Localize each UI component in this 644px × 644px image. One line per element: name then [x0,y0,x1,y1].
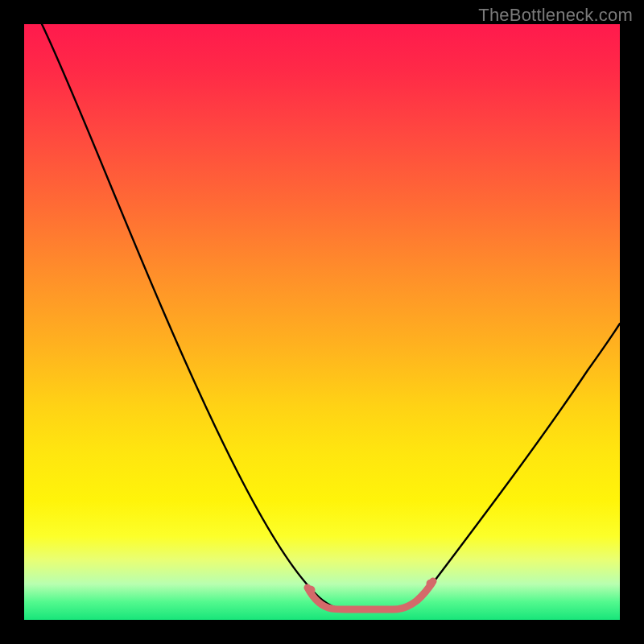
valley-dot-start [307,586,316,595]
chart-frame: TheBottleneck.com [0,0,644,644]
watermark-text: TheBottleneck.com [478,5,633,26]
bottleneck-curve [42,24,620,609]
valley-dot-end [427,580,436,588]
plot-area [24,24,620,620]
curve-layer [24,24,620,620]
valley-highlight [308,581,433,609]
